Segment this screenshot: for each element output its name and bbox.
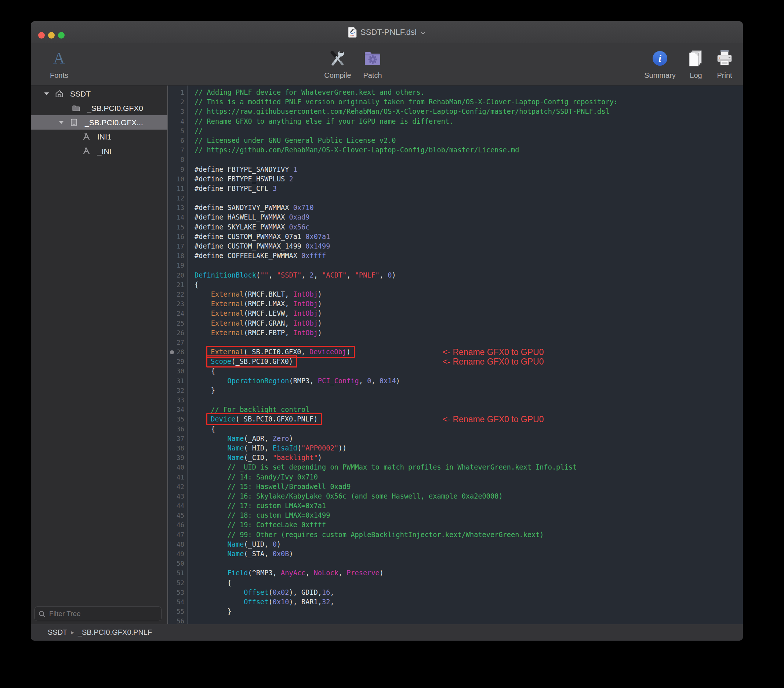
code-line-5: // [194, 126, 743, 136]
code-line-2: // This is a modified PNLF version origi… [194, 97, 743, 107]
print-button[interactable]: Print [697, 46, 743, 80]
code-line-3: // https://raw.githubusercontent.com/Reh… [194, 107, 743, 116]
document-proxy-icon[interactable]: DSL [348, 27, 357, 38]
code-line-8 [194, 155, 743, 165]
line-number: 1 [168, 88, 187, 97]
line-number: 53 [168, 588, 187, 597]
code-line-40: // _UID is set depending on PWMMax to ma… [194, 463, 743, 472]
code-line-1: // Adding PNLF device for WhateverGreen.… [194, 88, 743, 97]
line-number: 48 [168, 540, 187, 549]
window-title: SSDT-PNLF.dsl [361, 28, 417, 37]
code-line-53: Offset(0x02), GDID,16, [194, 588, 743, 597]
code-lines[interactable]: // Adding PNLF device for WhateverGreen.… [188, 86, 743, 624]
code-line-7: // https://github.com/RehabMan/OS-X-Clov… [194, 145, 743, 155]
rename-annotation: <- Rename GFX0 to GPU0 [443, 347, 544, 357]
patch-folder-icon [345, 46, 400, 71]
code-line-44: // 17: custom LMAX=0x7a1 [194, 501, 743, 511]
rename-annotation: <- Rename GFX0 to GPU0 [443, 357, 544, 366]
sidebar-item--ini[interactable]: _INI [31, 144, 167, 158]
code-editor[interactable]: 1234567891011121314151617181920212223242… [168, 86, 743, 624]
code-line-42: // 15: Haswell/Broadwell 0xad9 [194, 482, 743, 492]
code-line-33 [194, 395, 743, 405]
code-line-19 [194, 261, 743, 270]
line-number: 25 [168, 318, 187, 328]
code-line-29: Scope(_SB.PCI0.GFX0)<- Rename GFX0 to GP… [194, 357, 743, 366]
code-line-18: #define COFFEELAKE_PWMMAX 0xffff [194, 251, 743, 261]
line-number: 54 [168, 597, 187, 607]
patch-button[interactable]: Patch [345, 46, 400, 80]
print-printer-icon [697, 46, 743, 71]
line-number: 55 [168, 607, 187, 616]
tree-item-label: _INI [97, 147, 112, 156]
code-line-4: // Rename GFX0 to anything else if your … [194, 117, 743, 126]
tree-item-label: SSDT [70, 89, 91, 98]
line-number: 39 [168, 453, 187, 463]
line-number: 9 [168, 165, 187, 174]
code-line-6: // Licensed under GNU General Public Lic… [194, 136, 743, 145]
code-line-24: External(RMCF.LEVW, IntObj) [194, 309, 743, 318]
window-titlebar[interactable]: DSL SSDT-PNLF.dsl [31, 21, 743, 43]
line-number: 29 [168, 357, 187, 366]
code-line-20: DefinitionBlock("", "SSDT", 2, "ACDT", "… [194, 271, 743, 280]
filter-tree-input[interactable] [48, 609, 158, 618]
line-number: 45 [168, 511, 187, 520]
line-number: 36 [168, 424, 187, 434]
tree-item-label: _SB.PCI0.GFX0 [87, 104, 143, 113]
code-line-48: Name(_UID, 0) [194, 540, 743, 549]
line-number: 18 [168, 251, 187, 261]
code-line-21: { [194, 280, 743, 290]
fonts-button[interactable]: A Fonts [31, 46, 87, 80]
ssdt-tree: SSDT_SB.PCI0.GFX0_SB.PCI0.GFX...INI1_INI [31, 86, 167, 158]
maciasl-window: DSL SSDT-PNLF.dsl A Fonts [31, 21, 743, 641]
code-line-38: Name(_HID, EisaId("APP0002")) [194, 444, 743, 453]
code-line-55: } [194, 607, 743, 616]
code-line-37: Name(_ADR, Zero) [194, 434, 743, 444]
line-number: 11 [168, 184, 187, 193]
line-number: 4 [168, 117, 187, 126]
line-number: 21 [168, 280, 187, 290]
method-icon [82, 132, 92, 141]
disclosure-triangle-icon[interactable] [44, 92, 55, 96]
line-number: 13 [168, 203, 187, 213]
rename-annotation: <- Rename GFX0 to GPU0 [443, 414, 544, 424]
print-label: Print [697, 71, 743, 80]
sidebar-item-ssdt[interactable]: SSDT [31, 87, 167, 101]
title-chevron-down-icon[interactable] [420, 31, 426, 35]
line-number: 2 [168, 97, 187, 107]
line-number: 15 [168, 223, 187, 232]
line-number: 28 [168, 347, 187, 357]
line-number: 24 [168, 309, 187, 318]
gutter-marker-icon [170, 350, 174, 354]
line-number: 51 [168, 568, 187, 578]
line-number: 14 [168, 213, 187, 222]
document-icon [70, 118, 80, 127]
breadcrumb-path[interactable]: _SB.PCI0.GFX0.PNLF [78, 628, 152, 637]
sidebar-item-ini1[interactable]: INI1 [31, 130, 167, 144]
folder-icon [72, 104, 82, 112]
line-number: 44 [168, 501, 187, 511]
code-line-15: #define SKYLAKE_PWMMAX 0x56c [194, 223, 743, 232]
line-number: 23 [168, 299, 187, 309]
tree-item-label: INI1 [97, 132, 112, 141]
code-line-50 [194, 559, 743, 568]
filter-tree-field[interactable] [35, 607, 161, 621]
breadcrumb-root[interactable]: SSDT [48, 628, 67, 637]
svg-text:i: i [659, 53, 661, 64]
sidebar-item--sb-pci0-gfx-[interactable]: _SB.PCI0.GFX... [31, 115, 167, 130]
sidebar-item--sb-pci0-gfx0[interactable]: _SB.PCI0.GFX0 [31, 101, 167, 115]
code-line-51: Field(^RMP3, AnyAcc, NoLock, Preserve) [194, 568, 743, 578]
line-number: 26 [168, 328, 187, 338]
tree-item-label: _SB.PCI0.GFX... [85, 118, 143, 127]
code-line-16: #define CUSTOM_PWMMAX_07a1 0x07a1 [194, 232, 743, 242]
code-line-52: { [194, 578, 743, 588]
line-number: 47 [168, 530, 187, 540]
line-number: 52 [168, 578, 187, 588]
disclosure-triangle-icon[interactable] [59, 120, 70, 124]
rename-highlight-box: Device(_SB.PCI0.GFX0.PNLF) [206, 413, 322, 425]
line-number: 3 [168, 107, 187, 116]
line-number: 8 [168, 155, 187, 165]
line-number: 42 [168, 482, 187, 492]
line-number: 37 [168, 434, 187, 444]
screen-background: DSL SSDT-PNLF.dsl A Fonts [0, 0, 784, 688]
line-number: 6 [168, 136, 187, 145]
